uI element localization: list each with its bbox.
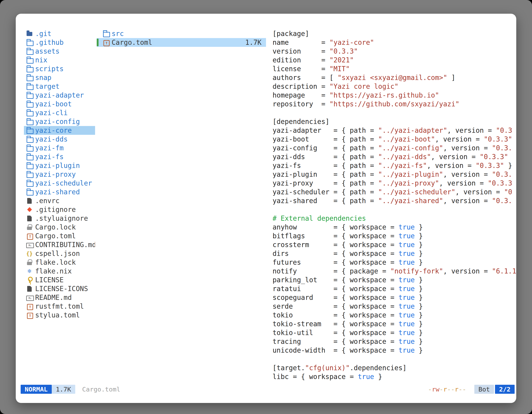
entry-name: .gitignore <box>35 206 76 213</box>
preview-line: authors = [ "sxyazi <sxyazi@gmail.com>" … <box>273 73 516 82</box>
parent-directory-item[interactable]: yazi-scheduler <box>24 179 95 188</box>
current-directory-pane: src Cargo.toml 1.7K <box>97 29 266 385</box>
parent-directory-item[interactable]: yazi-fm <box>24 144 95 152</box>
preview-line: crossterm = { workspace = true } <box>273 240 516 249</box>
entry-name: yazi-core <box>35 126 72 135</box>
preview-line: description = "Yazi core logic" <box>273 82 516 91</box>
entry-name: rustfmt.toml <box>35 302 84 310</box>
parent-directory-item[interactable]: Cargo.toml <box>24 231 95 240</box>
entry-name: .styluaignore <box>35 214 88 222</box>
folder-icon <box>26 170 33 179</box>
preview-line: [target."cfg(unix)".dependencies] <box>273 364 516 372</box>
current-directory-item[interactable]: src <box>97 29 266 38</box>
parent-directory-item[interactable]: yazi-dds <box>24 135 95 144</box>
entry-name: stylua.toml <box>35 311 80 319</box>
entry-name: src <box>112 30 124 38</box>
snowflake-icon <box>26 267 33 276</box>
parent-directory-item[interactable]: .github <box>24 38 95 47</box>
parent-directory-pane: .git .github assets nix scripts <box>24 29 95 385</box>
parent-directory-item[interactable]: flake.lock <box>24 258 95 267</box>
entry-name: assets <box>35 47 59 55</box>
status-file-name: Cargo.toml <box>82 385 120 394</box>
file-size-badge: 1.7K <box>52 385 75 394</box>
parent-directory-item[interactable]: stylua.toml <box>24 311 95 319</box>
parent-directory-item[interactable]: LICENSE <box>24 276 95 284</box>
entry-name: yazi-scheduler <box>35 179 92 187</box>
entry-name: yazi-plugin <box>35 162 80 170</box>
preview-line: anyhow = { workspace = true } <box>273 223 516 231</box>
parent-directory-item[interactable]: cspell.json <box>24 249 95 258</box>
hover-marker <box>97 39 99 46</box>
file-icon <box>26 196 33 205</box>
folder-icon <box>26 108 33 117</box>
folder-icon <box>26 47 33 56</box>
parent-directory-item[interactable]: snap <box>24 73 95 82</box>
entry-name: README.md <box>35 294 72 301</box>
file-manager-panes: .git .github assets nix scripts <box>16 29 516 385</box>
toml-icon <box>102 38 110 47</box>
parent-directory-item[interactable]: Cargo.lock <box>24 223 95 231</box>
folder-icon <box>26 135 33 144</box>
parent-directory-item[interactable]: LICENSE-ICONS <box>24 284 95 293</box>
yazi-file-manager-window: .git .github assets nix scripts <box>16 14 516 403</box>
entry-name: flake.lock <box>35 258 76 266</box>
preview-line: yazi-adapter = { path = "../yazi-adapter… <box>273 126 516 135</box>
scroll-position-badge: Bot <box>474 385 494 394</box>
desktop-background: .git .github assets nix scripts <box>0 0 532 414</box>
parent-directory-item[interactable]: CONTRIBUTING.md <box>24 240 95 249</box>
parent-directory-item[interactable]: yazi-boot <box>24 100 95 108</box>
parent-directory-item[interactable]: yazi-shared <box>24 188 95 196</box>
folder-icon <box>26 126 33 135</box>
preview-line: [package] <box>273 29 516 38</box>
parent-directory-item[interactable]: nix <box>24 56 95 64</box>
parent-directory-item[interactable]: yazi-cli <box>24 108 95 117</box>
parent-directory-item[interactable]: .git <box>24 29 95 38</box>
preview-line <box>273 108 516 117</box>
preview-line: edition = "2021" <box>273 56 516 64</box>
parent-directory-item[interactable]: yazi-plugin <box>24 161 95 170</box>
parent-directory-item[interactable]: assets <box>24 47 95 56</box>
parent-directory-item[interactable]: .gitignore <box>24 205 95 214</box>
preview-line: yazi-config = { path = "../yazi-config",… <box>273 144 516 152</box>
mode-indicator: NORMAL <box>21 385 52 394</box>
file-permissions: -rw-r--r-- <box>428 385 466 394</box>
entry-name: yazi-proxy <box>35 170 76 178</box>
entry-name: snap <box>35 74 51 82</box>
current-directory-item[interactable]: Cargo.toml 1.7K <box>97 38 266 47</box>
entry-name: Cargo.lock <box>35 223 76 231</box>
preview-line: yazi-fs = { path = "../yazi-fs", version… <box>273 161 516 170</box>
parent-directory-item[interactable]: flake.nix <box>24 267 95 276</box>
preview-line: ratatui = { workspace = true } <box>273 284 516 293</box>
preview-line: tracing = { workspace = true } <box>273 337 516 346</box>
entry-name: CONTRIBUTING.md <box>35 241 95 249</box>
parent-directory-item[interactable]: .envrc <box>24 196 95 205</box>
key-icon <box>26 276 33 284</box>
folder-icon <box>26 188 33 196</box>
preview-line: yazi-proxy = { path = "../yazi-proxy", v… <box>273 179 516 188</box>
parent-directory-item[interactable]: yazi-config <box>24 117 95 126</box>
parent-directory-item[interactable]: yazi-fs <box>24 152 95 161</box>
lock-icon <box>26 223 33 231</box>
preview-line: yazi-boot = { path = "../yazi-boot", ver… <box>273 135 516 144</box>
preview-line: # External dependencies <box>273 214 516 223</box>
parent-directory-item[interactable]: .styluaignore <box>24 214 95 223</box>
parent-directory-item[interactable]: rustfmt.toml <box>24 302 95 311</box>
preview-line: repository = "https://github.com/sxyazi/… <box>273 100 516 108</box>
parent-directory-item[interactable]: yazi-core <box>24 126 95 135</box>
preview-line: version = "0.3.3" <box>273 47 516 56</box>
parent-directory-item[interactable]: target <box>24 82 95 91</box>
parent-directory-item[interactable]: README.md <box>24 293 95 302</box>
toml-icon <box>26 302 33 311</box>
parent-directory-item[interactable]: yazi-proxy <box>24 170 95 179</box>
git-folder-icon <box>26 29 33 38</box>
entry-name: yazi-fs <box>35 153 64 161</box>
entry-name: yazi-boot <box>35 100 72 108</box>
preview-line: bitflags = { workspace = true } <box>273 231 516 240</box>
parent-directory-item[interactable]: scripts <box>24 64 95 73</box>
entry-name: scripts <box>35 65 64 73</box>
parent-directory-item[interactable]: yazi-adapter <box>24 91 95 100</box>
entry-name: yazi-fm <box>35 144 64 152</box>
status-bar: NORMAL 1.7K Cargo.toml -rw-r--r-- Bot 2/… <box>16 385 516 394</box>
preview-line: futures = { workspace = true } <box>273 258 516 267</box>
folder-icon <box>26 73 33 82</box>
